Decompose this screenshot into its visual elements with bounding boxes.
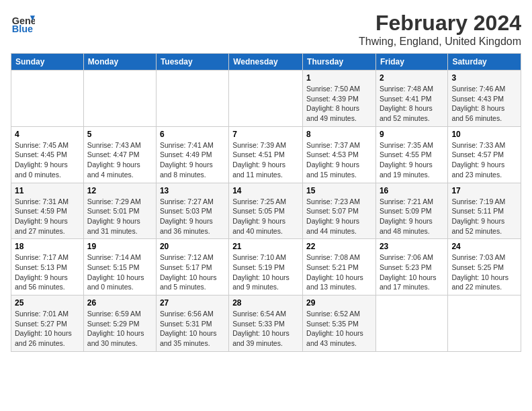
calendar-cell: 10Sunrise: 7:33 AM Sunset: 4:57 PM Dayli…: [448, 126, 521, 183]
day-number: 29: [306, 298, 372, 308]
calendar-cell: 22Sunrise: 7:08 AM Sunset: 5:21 PM Dayli…: [303, 239, 376, 295]
day-info: Sunrise: 6:59 AM Sunset: 5:29 PM Dayligh…: [87, 309, 152, 349]
calendar-cell: 21Sunrise: 7:10 AM Sunset: 5:19 PM Dayli…: [229, 239, 303, 295]
calendar-cell: 26Sunrise: 6:59 AM Sunset: 5:29 PM Dayli…: [83, 295, 156, 352]
day-info: Sunrise: 7:23 AM Sunset: 5:07 PM Dayligh…: [306, 197, 372, 236]
calendar-cell: 20Sunrise: 7:12 AM Sunset: 5:17 PM Dayli…: [156, 239, 228, 295]
calendar-cell: 23Sunrise: 7:06 AM Sunset: 5:23 PM Dayli…: [375, 239, 447, 295]
day-number: 15: [306, 186, 372, 195]
day-info: Sunrise: 7:06 AM Sunset: 5:23 PM Dayligh…: [380, 253, 444, 292]
day-number: 27: [160, 298, 225, 308]
day-number: 16: [380, 186, 444, 195]
day-info: Sunrise: 7:45 AM Sunset: 4:45 PM Dayligh…: [15, 140, 80, 180]
day-number: 14: [232, 186, 299, 195]
day-info: Sunrise: 6:52 AM Sunset: 5:35 PM Dayligh…: [306, 309, 372, 349]
logo: General Blue: [11, 11, 35, 35]
day-info: Sunrise: 7:21 AM Sunset: 5:09 PM Dayligh…: [380, 197, 444, 236]
calendar-cell: 14Sunrise: 7:25 AM Sunset: 5:05 PM Dayli…: [229, 183, 303, 239]
calendar-cell: 11Sunrise: 7:31 AM Sunset: 4:59 PM Dayli…: [11, 183, 84, 239]
calendar-cell: [229, 71, 303, 127]
day-number: 28: [232, 298, 299, 308]
month-title: February 2024: [359, 11, 521, 36]
day-number: 25: [15, 298, 80, 308]
day-number: 3: [451, 73, 517, 83]
calendar-cell: 1Sunrise: 7:50 AM Sunset: 4:39 PM Daylig…: [303, 71, 376, 127]
calendar-cell: [156, 71, 228, 127]
day-info: Sunrise: 7:14 AM Sunset: 5:15 PM Dayligh…: [87, 253, 152, 292]
calendar-week-row: 4Sunrise: 7:45 AM Sunset: 4:45 PM Daylig…: [11, 126, 521, 183]
calendar-cell: 6Sunrise: 7:41 AM Sunset: 4:49 PM Daylig…: [156, 126, 228, 183]
day-number: 19: [87, 242, 152, 251]
day-number: 17: [451, 186, 517, 195]
calendar-week-row: 18Sunrise: 7:17 AM Sunset: 5:13 PM Dayli…: [11, 239, 521, 295]
day-number: 6: [160, 130, 225, 139]
day-info: Sunrise: 7:27 AM Sunset: 5:03 PM Dayligh…: [160, 197, 225, 236]
day-number: 5: [87, 130, 152, 139]
day-info: Sunrise: 7:12 AM Sunset: 5:17 PM Dayligh…: [160, 253, 225, 292]
calendar-table: SundayMondayTuesdayWednesdayThursdayFrid…: [11, 53, 521, 352]
calendar-cell: 19Sunrise: 7:14 AM Sunset: 5:15 PM Dayli…: [83, 239, 156, 295]
day-info: Sunrise: 7:43 AM Sunset: 4:47 PM Dayligh…: [87, 140, 152, 180]
calendar-cell: 8Sunrise: 7:37 AM Sunset: 4:53 PM Daylig…: [303, 126, 376, 183]
day-of-week-header: Tuesday: [156, 54, 228, 71]
day-info: Sunrise: 7:39 AM Sunset: 4:51 PM Dayligh…: [232, 140, 299, 180]
day-info: Sunrise: 7:03 AM Sunset: 5:25 PM Dayligh…: [451, 253, 517, 292]
calendar-cell: 24Sunrise: 7:03 AM Sunset: 5:25 PM Dayli…: [448, 239, 521, 295]
calendar-cell: 27Sunrise: 6:56 AM Sunset: 5:31 PM Dayli…: [156, 295, 228, 352]
calendar-week-row: 1Sunrise: 7:50 AM Sunset: 4:39 PM Daylig…: [11, 71, 521, 127]
day-info: Sunrise: 7:01 AM Sunset: 5:27 PM Dayligh…: [15, 309, 80, 349]
calendar-cell: 18Sunrise: 7:17 AM Sunset: 5:13 PM Dayli…: [11, 239, 84, 295]
day-info: Sunrise: 7:08 AM Sunset: 5:21 PM Dayligh…: [306, 253, 372, 292]
calendar-week-row: 25Sunrise: 7:01 AM Sunset: 5:27 PM Dayli…: [11, 295, 521, 352]
day-number: 10: [451, 130, 517, 139]
calendar-cell: 25Sunrise: 7:01 AM Sunset: 5:27 PM Dayli…: [11, 295, 84, 352]
day-info: Sunrise: 7:31 AM Sunset: 4:59 PM Dayligh…: [15, 197, 80, 236]
day-info: Sunrise: 6:56 AM Sunset: 5:31 PM Dayligh…: [160, 309, 225, 349]
day-info: Sunrise: 7:19 AM Sunset: 5:11 PM Dayligh…: [451, 197, 517, 236]
calendar-cell: 28Sunrise: 6:54 AM Sunset: 5:33 PM Dayli…: [229, 295, 303, 352]
day-of-week-header: Sunday: [11, 54, 84, 71]
calendar-cell: 4Sunrise: 7:45 AM Sunset: 4:45 PM Daylig…: [11, 126, 84, 183]
day-number: 13: [160, 186, 225, 195]
day-info: Sunrise: 7:10 AM Sunset: 5:19 PM Dayligh…: [232, 253, 299, 292]
day-info: Sunrise: 7:41 AM Sunset: 4:49 PM Dayligh…: [160, 140, 225, 180]
calendar-cell: 2Sunrise: 7:48 AM Sunset: 4:41 PM Daylig…: [375, 71, 447, 127]
calendar-cell: 5Sunrise: 7:43 AM Sunset: 4:47 PM Daylig…: [83, 126, 156, 183]
day-number: 20: [160, 242, 225, 251]
day-info: Sunrise: 7:33 AM Sunset: 4:57 PM Dayligh…: [451, 140, 517, 180]
day-info: Sunrise: 7:37 AM Sunset: 4:53 PM Dayligh…: [306, 140, 372, 180]
calendar-cell: 29Sunrise: 6:52 AM Sunset: 5:35 PM Dayli…: [303, 295, 376, 352]
calendar-cell: 7Sunrise: 7:39 AM Sunset: 4:51 PM Daylig…: [229, 126, 303, 183]
day-number: 23: [380, 242, 444, 251]
day-info: Sunrise: 7:46 AM Sunset: 4:43 PM Dayligh…: [451, 84, 517, 124]
calendar-header-row: SundayMondayTuesdayWednesdayThursdayFrid…: [11, 54, 521, 71]
calendar-body: 1Sunrise: 7:50 AM Sunset: 4:39 PM Daylig…: [11, 71, 521, 352]
day-number: 12: [87, 186, 152, 195]
calendar-cell: 13Sunrise: 7:27 AM Sunset: 5:03 PM Dayli…: [156, 183, 228, 239]
calendar-cell: 15Sunrise: 7:23 AM Sunset: 5:07 PM Dayli…: [303, 183, 376, 239]
day-info: Sunrise: 7:29 AM Sunset: 5:01 PM Dayligh…: [87, 197, 152, 236]
day-of-week-header: Saturday: [448, 54, 521, 71]
day-of-week-header: Monday: [83, 54, 156, 71]
day-number: 8: [306, 130, 372, 139]
calendar-cell: [375, 295, 447, 352]
calendar-cell: 3Sunrise: 7:46 AM Sunset: 4:43 PM Daylig…: [448, 71, 521, 127]
day-info: Sunrise: 7:25 AM Sunset: 5:05 PM Dayligh…: [232, 197, 299, 236]
day-number: 24: [451, 242, 517, 251]
day-number: 18: [15, 242, 80, 251]
day-number: 9: [380, 130, 444, 139]
day-number: 4: [15, 130, 80, 139]
day-info: Sunrise: 7:35 AM Sunset: 4:55 PM Dayligh…: [380, 140, 444, 180]
day-number: 2: [380, 73, 444, 83]
calendar-cell: 17Sunrise: 7:19 AM Sunset: 5:11 PM Dayli…: [448, 183, 521, 239]
day-of-week-header: Friday: [375, 54, 447, 71]
calendar-cell: [11, 71, 84, 127]
day-info: Sunrise: 7:17 AM Sunset: 5:13 PM Dayligh…: [15, 253, 80, 292]
day-info: Sunrise: 7:50 AM Sunset: 4:39 PM Dayligh…: [306, 84, 372, 124]
svg-text:Blue: Blue: [12, 24, 33, 34]
day-info: Sunrise: 6:54 AM Sunset: 5:33 PM Dayligh…: [232, 309, 299, 349]
calendar-cell: [448, 295, 521, 352]
title-area: February 2024 Thwing, England, United Ki…: [359, 11, 521, 48]
day-of-week-header: Thursday: [303, 54, 376, 71]
location-title: Thwing, England, United Kingdom: [359, 36, 521, 48]
